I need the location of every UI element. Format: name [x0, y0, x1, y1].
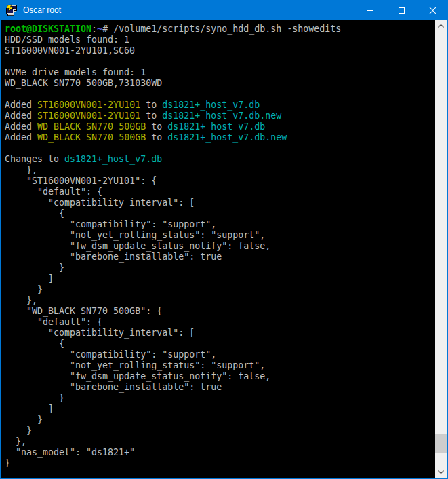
terminal-line: "compatibility": "support",	[5, 219, 435, 230]
scrollbar[interactable]	[435, 20, 447, 478]
terminal-line: "fw_dsm_update_status_notify": false,	[5, 371, 435, 382]
terminal-line: Changes to ds1821+_host_v7.db	[5, 154, 435, 165]
terminal-line: }	[5, 415, 435, 425]
terminal-line: "default": {	[5, 187, 435, 197]
terminal-line: },	[5, 436, 435, 447]
terminal-line: ST16000VN001-2YU101,SC60	[5, 45, 435, 56]
terminal-line	[5, 56, 435, 67]
close-button[interactable]	[417, 0, 448, 20]
terminal-line: Added ST16000VN001-2YU101 to ds1821+_hos…	[5, 111, 435, 121]
terminal-line	[5, 143, 435, 154]
close-icon	[429, 7, 436, 14]
terminal-line: }	[5, 458, 435, 469]
terminal-line: }	[5, 263, 435, 273]
terminal-line: "nas_model": "ds1821+"	[5, 447, 435, 458]
chevron-up-icon	[438, 24, 444, 28]
terminal-line: "not_yet_rolling_status": "support",	[5, 230, 435, 241]
maximize-icon	[399, 7, 405, 14]
terminal-line: HDD/SSD models found: 1	[5, 35, 435, 45]
terminal-line: ]	[5, 273, 435, 284]
terminal-line: Added WD_BLACK SN770 500GB to ds1821+_ho…	[5, 132, 435, 143]
terminal-line: "not_yet_rolling_status": "support",	[5, 360, 435, 371]
terminal-line: WD_BLACK SN770 500GB,731030WD	[5, 78, 435, 89]
terminal-line: "fw_dsm_update_status_notify": false,	[5, 241, 435, 252]
terminal-line	[5, 89, 435, 100]
terminal-line: ]	[5, 404, 435, 415]
putty-app-icon[interactable]	[5, 4, 18, 16]
terminal-line: "compatibility_interval": [	[5, 197, 435, 208]
terminal-line: "ST16000VN001-2YU101": {	[5, 176, 435, 187]
terminal-line: Added WD_BLACK SN770 500GB to ds1821+_ho…	[5, 121, 435, 132]
chevron-down-icon	[438, 470, 444, 474]
maximize-button[interactable]	[386, 0, 417, 20]
terminal-line: "compatibility": "support",	[5, 349, 435, 360]
scrollbar-thumb[interactable]	[435, 434, 447, 453]
terminal-line: "default": {	[5, 317, 435, 328]
terminal-line: }	[5, 393, 435, 404]
minimize-icon	[367, 10, 373, 11]
putty-window: Oscar root root@DISKSTATION:~# /volume1/…	[0, 0, 448, 479]
terminal-line: },	[5, 295, 435, 306]
terminal-output[interactable]: root@DISKSTATION:~# /volume1/scripts/syn…	[1, 20, 435, 478]
terminal-line: }	[5, 284, 435, 295]
terminal-line: Added ST16000VN001-2YU101 to ds1821+_hos…	[5, 100, 435, 111]
window-body: root@DISKSTATION:~# /volume1/scripts/syn…	[0, 20, 448, 479]
terminal-line: root@DISKSTATION:~# /volume1/scripts/syn…	[5, 24, 435, 35]
terminal-line: }	[5, 425, 435, 436]
terminal-line: "barebone_installable": true	[5, 252, 435, 263]
title-bar[interactable]: Oscar root	[0, 0, 448, 20]
minimize-button[interactable]	[354, 0, 386, 20]
scroll-down-button[interactable]	[435, 466, 447, 478]
terminal-line: {	[5, 208, 435, 219]
window-controls	[354, 0, 448, 20]
terminal-line: "barebone_installable": true	[5, 382, 435, 393]
terminal-line: },	[5, 165, 435, 176]
window-title: Oscar root	[23, 5, 354, 15]
terminal-line: NVMe drive models found: 1	[5, 67, 435, 78]
terminal-line: "compatibility_interval": [	[5, 328, 435, 339]
terminal-line: {	[5, 339, 435, 349]
scroll-up-button[interactable]	[435, 20, 447, 32]
terminal-line: "WD_BLACK SN770 500GB": {	[5, 306, 435, 317]
